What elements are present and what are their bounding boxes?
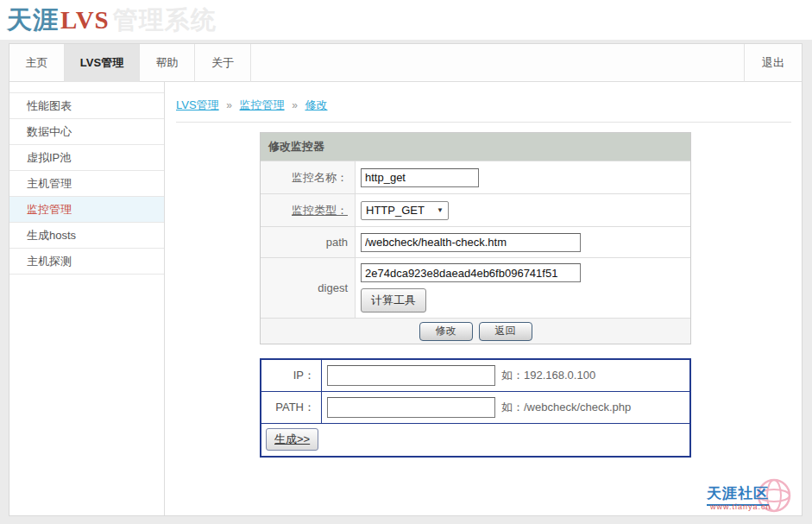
generate-ip-row: IP： 如：192.168.0.100: [261, 360, 689, 392]
tianya-logo-url: www.tianya.cn: [710, 502, 771, 511]
monitor-digest-label: digest: [261, 258, 356, 318]
monitor-path-row: path: [261, 226, 690, 257]
breadcrumb: LVS管理 » 监控管理 » 修改: [176, 98, 791, 123]
sidebar-item-virtual-ip-pool[interactable]: 虚拟IP池: [9, 145, 164, 171]
content-area: LVS管理 » 监控管理 » 修改 修改监控器 监控名称： 监控类型：: [165, 82, 802, 515]
generate-path-hint: 如：/webcheck/check.php: [501, 400, 631, 415]
nav-tab-help[interactable]: 帮助: [140, 44, 195, 82]
monitor-digest-row: digest 计算工具: [261, 257, 690, 318]
tianya-community-logo: 天涯社区 www.tianya.cn: [707, 477, 793, 514]
monitor-path-input[interactable]: [361, 233, 581, 252]
sidebar-menu: 性能图表 数据中心 虚拟IP池 主机管理 监控管理 生成hosts 主机探测: [9, 92, 164, 275]
generate-ip-hint: 如：192.168.0.100: [501, 368, 595, 383]
monitor-name-label: 监控名称：: [261, 161, 356, 193]
logo-part-lvs: LVS: [60, 6, 110, 34]
sidebar: 性能图表 数据中心 虚拟IP池 主机管理 监控管理 生成hosts 主机探测: [9, 82, 165, 515]
nav-tab-lvs-management[interactable]: LVS管理: [65, 44, 140, 82]
sidebar-item-performance-charts[interactable]: 性能图表: [9, 93, 164, 119]
monitor-type-label[interactable]: 监控类型：: [292, 203, 348, 218]
calc-tool-button[interactable]: 计算工具: [361, 288, 426, 313]
monitor-digest-input[interactable]: [361, 263, 581, 282]
sidebar-item-generate-hosts[interactable]: 生成hosts: [9, 223, 164, 249]
main-navbar: 主页 LVS管理 帮助 关于 退出: [9, 44, 802, 82]
sidebar-item-host-detection[interactable]: 主机探测: [9, 249, 164, 275]
modify-monitor-form: 修改监控器 监控名称： 监控类型： HTTP_GET ▼: [260, 132, 691, 344]
generate-actions: 生成>>: [261, 424, 689, 456]
sidebar-item-host-management[interactable]: 主机管理: [9, 171, 164, 197]
main-container: 主页 LVS管理 帮助 关于 退出 性能图表 数据中心 虚拟IP池 主机管理 监…: [9, 43, 803, 516]
monitor-type-select[interactable]: HTTP_GET ▼: [361, 201, 449, 220]
sidebar-item-monitor-management[interactable]: 监控管理: [9, 197, 164, 223]
breadcrumb-separator: »: [226, 99, 232, 111]
breadcrumb-current-modify[interactable]: 修改: [305, 98, 327, 111]
chevron-down-icon: ▼: [437, 206, 444, 214]
nav-tab-home[interactable]: 主页: [9, 44, 65, 82]
modify-button[interactable]: 修改: [419, 322, 473, 341]
nav-spacer: [251, 44, 744, 81]
sidebar-item-data-center[interactable]: 数据中心: [9, 119, 164, 145]
monitor-path-label: path: [261, 227, 356, 257]
form-actions: 修改 返回: [261, 318, 690, 344]
logo-part-tianya: 天涯: [7, 6, 59, 34]
nav-tab-about[interactable]: 关于: [195, 44, 251, 82]
generate-path-row: PATH： 如：/webcheck/check.php: [261, 392, 689, 424]
breadcrumb-link-lvs-management[interactable]: LVS管理: [176, 98, 219, 111]
app-logo: 天涯LVS管理系统: [7, 3, 217, 38]
breadcrumb-separator: »: [292, 99, 298, 111]
generate-check-form: IP： 如：192.168.0.100 PATH： 如：/webcheck/ch…: [260, 358, 691, 458]
monitor-name-input[interactable]: [361, 168, 479, 187]
back-button[interactable]: 返回: [479, 322, 532, 341]
top-header: 天涯LVS管理系统: [0, 0, 812, 40]
monitor-type-row: 监控类型： HTTP_GET ▼: [261, 193, 690, 226]
generate-button[interactable]: 生成>>: [266, 428, 318, 451]
generate-path-label: PATH：: [261, 392, 322, 423]
monitor-name-row: 监控名称：: [261, 161, 690, 193]
generate-path-input[interactable]: [327, 397, 495, 418]
breadcrumb-link-monitor-management[interactable]: 监控管理: [240, 98, 285, 111]
nav-tab-logout[interactable]: 退出: [744, 44, 802, 82]
monitor-type-selected-value: HTTP_GET: [366, 204, 425, 217]
generate-ip-input[interactable]: [327, 365, 495, 386]
generate-ip-label: IP：: [261, 360, 322, 391]
form-title: 修改监控器: [261, 133, 690, 161]
logo-part-system: 管理系统: [113, 6, 217, 34]
